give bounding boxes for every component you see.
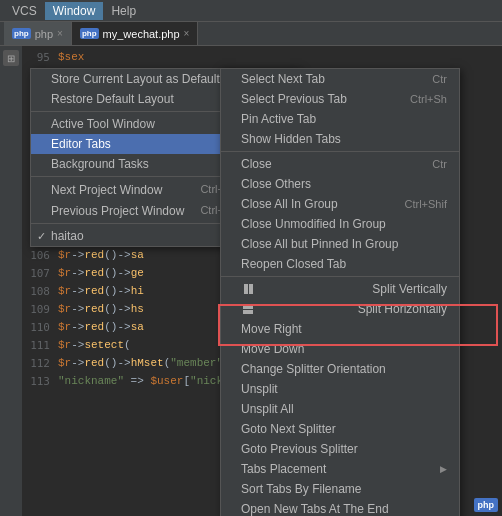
editor-tabs-submenu: Select Next Tab Ctr Select Previous Tab … <box>220 68 460 516</box>
menu-item-tabs-placement[interactable]: Tabs Placement <box>221 459 459 479</box>
menu-item-close-others[interactable]: Close Others <box>221 174 459 194</box>
menu-item-select-prev-tab[interactable]: Select Previous Tab Ctrl+Sh <box>221 89 459 109</box>
menu-sep-1 <box>221 151 459 152</box>
menu-item-unsplit-all[interactable]: Unsplit All <box>221 399 459 419</box>
menu-sep-2 <box>221 276 459 277</box>
menu-item-move-right[interactable]: Move Right <box>221 319 459 339</box>
menubar: VCS Window Help <box>0 0 502 22</box>
menu-item-unsplit[interactable]: Unsplit <box>221 379 459 399</box>
menu-item-select-next-tab[interactable]: Select Next Tab Ctr <box>221 69 459 89</box>
menu-item-reopen-closed[interactable]: Reopen Closed Tab <box>221 254 459 274</box>
tab-close-php[interactable]: × <box>57 28 63 39</box>
sidebar-icon-1[interactable]: ⊞ <box>3 50 19 66</box>
tab-label-php: php <box>35 28 53 40</box>
split-vertical-icon <box>241 282 255 296</box>
tab-php[interactable]: php php × <box>4 22 72 45</box>
php-icon: php <box>12 28 31 39</box>
menu-item-sort-tabs[interactable]: Sort Tabs By Filename <box>221 479 459 499</box>
menu-item-pin-active-tab[interactable]: Pin Active Tab <box>221 109 459 129</box>
menubar-window[interactable]: Window <box>45 2 104 20</box>
menu-item-change-splitter[interactable]: Change Splitter Orientation <box>221 359 459 379</box>
menu-item-close-all-pinned[interactable]: Close All but Pinned In Group <box>221 234 459 254</box>
menu-item-move-down[interactable]: Move Down <box>221 339 459 359</box>
menu-item-goto-prev-splitter[interactable]: Goto Previous Splitter <box>221 439 459 459</box>
menu-item-close-all-in-group[interactable]: Close All In Group Ctrl+Shif <box>221 194 459 214</box>
menu-item-close[interactable]: Close Ctr <box>221 154 459 174</box>
menu-item-close-unmodified[interactable]: Close Unmodified In Group <box>221 214 459 234</box>
menu-item-split-horizontally[interactable]: Split Horizontally <box>221 299 459 319</box>
menu-item-show-hidden-tabs[interactable]: Show Hidden Tabs <box>221 129 459 149</box>
editor-area: ⊞ 95 $sex 96 break 97 case "2": 98 $sex … <box>0 46 502 516</box>
menu-item-goto-next-splitter[interactable]: Goto Next Splitter <box>221 419 459 439</box>
menubar-help[interactable]: Help <box>103 2 144 20</box>
tab-close-my-wechat[interactable]: × <box>184 28 190 39</box>
sidebar-left: ⊞ <box>0 46 22 516</box>
tab-bar: php php × php my_wechat.php × <box>0 22 502 46</box>
tab-my-wechat[interactable]: php my_wechat.php × <box>72 22 199 45</box>
tab-label-my-wechat: my_wechat.php <box>103 28 180 40</box>
php-badge: php <box>474 498 499 512</box>
table-row: 95 $sex <box>22 48 502 66</box>
menu-item-open-new-tabs[interactable]: Open New Tabs At The End <box>221 499 459 516</box>
php-icon-2: php <box>80 28 99 39</box>
menubar-vcs[interactable]: VCS <box>4 2 45 20</box>
split-horizontal-icon <box>241 302 255 316</box>
menu-item-split-vertically[interactable]: Split Vertically <box>221 279 459 299</box>
